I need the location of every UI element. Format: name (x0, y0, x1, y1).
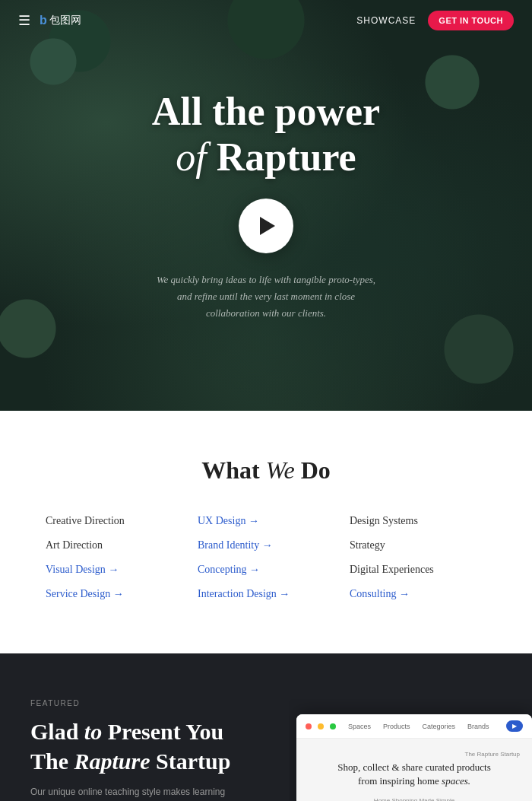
navbar: ☰ b 包图网 SHOWCASE GET IN TOUCH (0, 0, 532, 41)
browser-nav-brands: Brands (467, 723, 489, 730)
browser-dot-yellow (318, 723, 324, 729)
get-in-touch-button[interactable]: GET IN TOUCH (428, 11, 514, 30)
featured-section: FEATURED Glad to Present You The Rapture… (0, 653, 532, 801)
browser-subheading: Home Shopping Made Simple (309, 797, 520, 801)
services-col-3: Design Systems Strategy Digital Experien… (350, 515, 486, 600)
service-interaction-design[interactable]: Interaction Design (198, 588, 334, 600)
service-strategy: Strategy (350, 539, 486, 551)
services-grid: Creative Direction Art Direction Visual … (46, 515, 486, 600)
logo-icon: b (40, 14, 47, 27)
service-consulting[interactable]: Consulting (350, 588, 486, 600)
play-button[interactable] (239, 199, 293, 253)
services-col-1: Creative Direction Art Direction Visual … (46, 515, 182, 600)
browser-content: The Rapture Startup Shop, collect & shar… (296, 739, 532, 801)
logo-text: 包图网 (49, 14, 81, 27)
services-col-2: UX Design Brand Identity Concepting Inte… (198, 515, 334, 600)
service-design-systems: Design Systems (350, 515, 486, 527)
featured-title: Glad to Present You The Rapture Startup (30, 717, 258, 776)
browser-heading: Shop, collect & share curated productsfr… (309, 761, 520, 788)
browser-nav-categories: Categories (423, 723, 456, 730)
browser-site-title: The Rapture Startup (309, 751, 520, 758)
service-service-design[interactable]: Service Design (46, 588, 182, 600)
browser-nav-products: Products (383, 723, 410, 730)
navbar-left: ☰ b 包图网 (18, 12, 81, 29)
featured-label: FEATURED (30, 699, 258, 707)
browser-mock: Spaces Products Categories Brands ▶ The … (296, 714, 532, 801)
featured-preview: Spaces Products Categories Brands ▶ The … (289, 699, 532, 801)
service-art-direction: Art Direction (46, 539, 182, 551)
browser-nav: Spaces Products Categories Brands (348, 723, 489, 730)
section-title: What We Do (46, 456, 486, 485)
service-concepting[interactable]: Concepting (198, 564, 334, 576)
what-we-do-section: What We Do Creative Direction Art Direct… (0, 411, 532, 653)
showcase-link[interactable]: SHOWCASE (356, 15, 416, 26)
service-brand-identity[interactable]: Brand Identity (198, 539, 334, 551)
hero-section: All the power of Rapture We quickly brin… (0, 0, 532, 411)
hamburger-icon[interactable]: ☰ (18, 12, 30, 29)
browser-dot-green (330, 723, 336, 729)
browser-bar: Spaces Products Categories Brands ▶ (296, 714, 532, 739)
service-visual-design[interactable]: Visual Design (46, 564, 182, 576)
service-creative-direction: Creative Direction (46, 515, 182, 527)
browser-dot-red (306, 723, 312, 729)
play-icon (260, 217, 275, 235)
service-digital-experiences: Digital Experiences (350, 564, 486, 576)
hero-subtitle: We quickly bring ideas to life with tang… (152, 272, 380, 322)
logo: b 包图网 (40, 14, 81, 27)
featured-left: FEATURED Glad to Present You The Rapture… (0, 699, 289, 801)
hero-content: All the power of Rapture We quickly brin… (152, 89, 380, 322)
hero-title: All the power of Rapture (152, 89, 380, 180)
browser-cta: ▶ (506, 720, 523, 732)
service-ux-design[interactable]: UX Design (198, 515, 334, 527)
browser-nav-spaces: Spaces (348, 723, 371, 730)
navbar-right: SHOWCASE GET IN TOUCH (356, 11, 514, 30)
featured-description: Our unique online teaching style makes l… (30, 785, 228, 801)
